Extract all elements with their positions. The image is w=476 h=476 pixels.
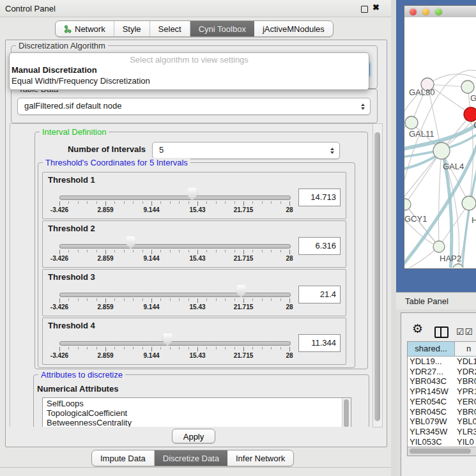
slider-tick (289, 298, 290, 303)
algorithm-group-title: Discretization Algorithm (16, 41, 108, 50)
popup-option-manual-discretization[interactable]: Manual Discretization (12, 65, 97, 75)
slider-tick-label: 28 (275, 206, 303, 213)
table-data-combobox[interactable]: galFiltered.sif default node (17, 98, 371, 115)
slider-tick (170, 298, 171, 301)
network-node-h[interactable] (462, 196, 476, 210)
network-edge (439, 151, 442, 247)
threshold-slider-track[interactable] (59, 293, 291, 297)
attribute-item-betweennesscentrality[interactable]: BetweennessCentrality (43, 417, 351, 427)
numerical-attributes-list[interactable]: SelfLoopsTopologicalCoefficientBetweenne… (42, 397, 351, 427)
tab-network[interactable]: Network (56, 21, 114, 36)
slider-tick-label: 15.43 (183, 206, 211, 213)
threshold-slider-track[interactable] (59, 196, 291, 200)
slider-tick (225, 250, 226, 252)
node-attribute-table[interactable]: shared... n YDL19...YDL1YDR27...YDR2YBR0… (407, 341, 476, 456)
table-row[interactable]: YPR145WYPR1 (408, 387, 476, 397)
slider-tick-label: 28 (275, 303, 303, 311)
cell-shared-name: YER054C (410, 397, 454, 406)
apply-button[interactable]: Apply (172, 429, 215, 443)
threshold-label: Threshold 4 (48, 321, 95, 330)
threshold-slider-track[interactable] (59, 244, 291, 249)
table-row[interactable]: YLR345WYLR3 (408, 427, 476, 437)
tab-discretize-data[interactable]: Discretize Data (155, 450, 227, 466)
tab-impute-data[interactable]: Impute Data (92, 450, 155, 466)
settings-vertical-scrollbar[interactable] (372, 123, 383, 427)
network-view-window[interactable]: GAL80GCGAL11GAL4GCY1HHAP2 (404, 5, 476, 269)
table-row[interactable]: YBR043CYBR0 (408, 376, 476, 387)
slider-tick (133, 298, 134, 301)
network-node-gal4[interactable] (433, 142, 450, 159)
column-header-shared-name[interactable]: shared... (408, 342, 455, 357)
slider-tick (216, 347, 217, 349)
tab-select[interactable]: Select (150, 21, 190, 36)
tab-cyni-toolbox[interactable]: Cyni Toolbox (190, 21, 254, 36)
threshold-value-field[interactable]: 6.316 (298, 237, 341, 255)
tab-label: Impute Data (100, 454, 146, 463)
threshold-slider-track[interactable] (59, 341, 291, 346)
close-icon[interactable]: ✖ (372, 3, 380, 12)
slider-tick (68, 250, 69, 252)
top-tab-bar: NetworkStyleSelectCyni ToolboxjActiveMNo… (55, 20, 334, 37)
control-panel-titlebar[interactable]: Control Panel ✖ (0, 0, 391, 17)
network-node-hap2[interactable] (433, 241, 445, 252)
network-canvas[interactable]: GAL80GCGAL11GAL4GCY1HHAP2 (404, 17, 476, 268)
popup-option-equal-width-frequency[interactable]: Equal Width/Frequency Discretization (12, 76, 150, 86)
slider-tick (243, 298, 244, 303)
float-window-icon[interactable] (361, 6, 368, 13)
table-row[interactable]: YDR27...YDR2 (408, 367, 476, 377)
tab-infer-network[interactable]: Infer Network (227, 450, 293, 466)
checkbox-columns-icon[interactable]: ☑☑ (456, 326, 473, 337)
zoom-traffic-light-icon[interactable] (435, 8, 442, 15)
num-intervals-combobox[interactable]: 5 (152, 142, 340, 159)
attributes-list-scrollbar[interactable] (342, 398, 351, 427)
slider-tick (225, 347, 226, 349)
attribute-item-selfloops[interactable]: SelfLoops (43, 398, 351, 408)
tab-label: Cyni Toolbox (199, 24, 246, 34)
threshold-value-field[interactable]: 11.344 (298, 334, 341, 352)
control-panel-window: Control Panel ✖ NetworkStyleSelectCyni T… (0, 0, 391, 476)
slider-tick (252, 201, 253, 204)
slider-tick (133, 201, 134, 204)
threshold-value-field[interactable]: 14.713 (298, 188, 341, 206)
attribute-item-topologicalcoefficient[interactable]: TopologicalCoefficient (43, 408, 351, 417)
table-row[interactable]: YDL19...YDL1 (408, 357, 476, 367)
slider-tick-label: 15.43 (183, 255, 211, 262)
slider-tick (179, 298, 180, 301)
slider-tick (151, 201, 152, 206)
slider-tick (262, 347, 263, 349)
tab-style[interactable]: Style (114, 21, 150, 36)
cell-name: YBL0 (457, 417, 476, 426)
network-node-gcy1[interactable] (404, 199, 411, 210)
thresholds-group-title: Threshold's Coordinates for 5 Intervals (43, 158, 190, 167)
close-traffic-light-icon[interactable] (410, 8, 417, 15)
slider-tick (78, 250, 79, 252)
cell-shared-name: YDR27... (410, 367, 454, 376)
network-node-c[interactable] (464, 107, 476, 121)
slider-tick (96, 298, 97, 301)
slider-tick-label: 21.715 (229, 303, 257, 311)
slider-tick (142, 201, 143, 204)
split-columns-icon[interactable] (434, 326, 449, 338)
slider-tick (59, 201, 60, 206)
table-row[interactable]: YBR045CYBR0 (408, 407, 476, 417)
tab-jactivemnodules[interactable]: jActiveMNodules (254, 21, 333, 36)
network-node-g[interactable] (461, 81, 474, 93)
combo-arrows-icon (330, 148, 334, 154)
table-horizontal-scrollbar[interactable] (408, 447, 476, 456)
slider-tick (262, 298, 263, 301)
minimize-traffic-light-icon[interactable] (422, 8, 429, 15)
thresholds-group: Threshold's Coordinates for 5 Intervals … (38, 162, 355, 368)
slider-tick (78, 298, 79, 301)
table-row[interactable]: YER054CYER0 (408, 397, 476, 407)
gear-icon[interactable]: ⚙ (412, 323, 423, 335)
network-window-titlebar[interactable] (404, 6, 476, 18)
cell-shared-name: YBR043C (410, 376, 454, 386)
cell-name: YBR0 (457, 407, 476, 417)
table-row[interactable]: YIL053CYIL0 (408, 437, 476, 447)
slider-tick (59, 250, 60, 254)
network-node-gal11[interactable] (405, 116, 418, 129)
slider-tick (133, 250, 134, 252)
column-header-name[interactable]: n (455, 342, 476, 357)
threshold-value-field[interactable]: 21.4 (298, 286, 341, 303)
table-row[interactable]: YBL079WYBL0 (408, 417, 476, 427)
